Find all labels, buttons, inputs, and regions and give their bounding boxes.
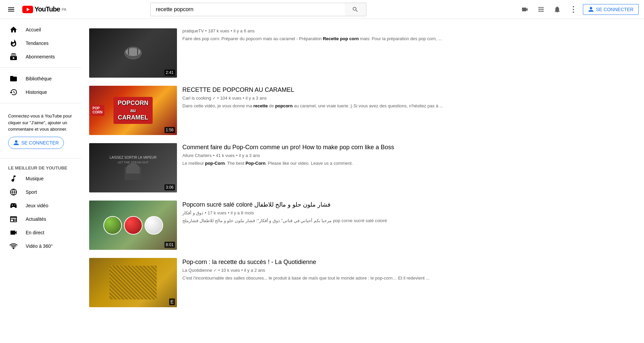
thumbnail-2[interactable]: POPCORNauCARAMEL POPCORN 1:56: [89, 86, 177, 135]
sidebar-item-accueil[interactable]: Accueil: [1, 23, 80, 36]
live-icon: [9, 229, 18, 237]
desc-rest-1: mais: Pour la préparation des pop corn, …: [359, 36, 442, 41]
channel-1[interactable]: pratiqueTV: [182, 28, 204, 33]
signin-box-text: Connectez-vous à YouTube pour cliquer su…: [8, 113, 72, 132]
video-desc-2: Dans cette vidéo, je vous donne ma recet…: [182, 103, 636, 109]
sidebar-item-en-direct[interactable]: En direct: [1, 226, 80, 239]
age-2: il y a 3 ans: [246, 96, 266, 101]
search-area: [150, 3, 366, 16]
dot-2: •: [217, 96, 219, 101]
news-icon: [9, 215, 18, 223]
best-section-title: LE MEILLEUR DE YOUTUBE: [0, 163, 81, 172]
svg-point-6: [573, 9, 574, 10]
folder-icon: [9, 75, 18, 83]
search-form: [150, 3, 366, 16]
dot-1: •: [205, 28, 207, 33]
signin-box-user-icon: [13, 140, 19, 146]
sidebar-item-bibliotheque[interactable]: Bibliothèque: [1, 72, 80, 85]
signin-user-icon: [588, 6, 594, 12]
channel-4[interactable]: ذوق و أفكار: [182, 210, 203, 215]
views-5: 10 k vues: [221, 268, 240, 273]
notifications-icon: [553, 6, 561, 13]
svg-point-10: [126, 48, 140, 56]
sidebar-item-tendances[interactable]: Tendances: [1, 36, 80, 50]
sidebar-item-sport[interactable]: Sport: [1, 185, 80, 199]
dot-2b: •: [243, 96, 244, 101]
video-desc-1: Faire des pop corn: Préparer du popcorn …: [182, 35, 636, 42]
channel-3[interactable]: Allure Charters: [182, 153, 212, 158]
sidebar-label-historique: Historique: [26, 89, 47, 95]
age-3: il y a 3 ans: [239, 153, 260, 158]
video-title-3[interactable]: Comment faire du Pop-Corn comme un pro! …: [182, 143, 636, 152]
duration-badge-3: 3:06: [164, 184, 175, 190]
video-meta-2: Carl is cooking ✓ • 104 k vues • il y a …: [182, 96, 636, 101]
history-icon: [9, 88, 18, 96]
logo[interactable]: YouTubePA: [22, 5, 66, 13]
views-4: 17 k vues: [208, 210, 227, 215]
main-content: 2:41 pratiqueTV • 187 k vues • il y a 6 …: [81, 19, 644, 317]
signin-box-button[interactable]: SE CONNECTER: [8, 137, 64, 149]
more-button[interactable]: [567, 3, 580, 16]
sidebar-item-jeux-video[interactable]: Jeux vidéo: [1, 199, 80, 212]
channel-2[interactable]: Carl is cooking: [182, 96, 211, 101]
apps-icon: [537, 6, 545, 13]
verified-icon-2: ✓: [212, 96, 216, 101]
search-button[interactable]: [345, 3, 366, 16]
upload-icon: [521, 6, 529, 13]
dot-3: •: [213, 153, 215, 158]
video-info-3: Comment faire du Pop-Corn comme un pro! …: [182, 143, 636, 192]
sidebar-item-abonnements[interactable]: Abonnements: [1, 50, 80, 63]
sidebar-label-sport: Sport: [26, 189, 37, 195]
upload-button[interactable]: [518, 3, 532, 16]
menu-button[interactable]: [5, 5, 17, 14]
dot-3b: •: [236, 153, 238, 158]
cooking-thumbnail-icon: [123, 45, 143, 61]
search-icon: [352, 6, 359, 13]
channel-5[interactable]: La Quotidienne: [182, 268, 212, 273]
desc-bold-3a: pop-Corn: [205, 161, 225, 166]
views-3: 41 k vues: [216, 153, 235, 158]
sidebar-divider-2: [0, 103, 81, 103]
video-info-1: pratiqueTV • 187 k vues • il y a 6 ans F…: [182, 28, 636, 78]
home-icon: [9, 26, 18, 34]
sidebar-item-video-360[interactable]: Vidéo à 360°: [1, 239, 80, 253]
video-title-2[interactable]: RECETTE DE POPCORN AU CARAMEL: [182, 86, 636, 94]
desc-text-1: Faire des pop corn: Préparer du popcorn …: [182, 36, 323, 41]
video-meta-1: pratiqueTV • 187 k vues • il y a 6 ans: [182, 28, 636, 33]
age-1: il y a 6 ans: [234, 28, 255, 33]
gamepad-icon: [9, 202, 18, 210]
sidebar-label-bibliotheque: Bibliothèque: [26, 76, 52, 81]
dot-5: •: [218, 268, 220, 273]
video-info-4: Popcorn sucré salé coloré فشار ملون حلو …: [182, 201, 636, 250]
sidebar-label-jeux-video: Jeux vidéo: [26, 203, 48, 208]
360-icon: [9, 242, 18, 250]
sidebar-item-musique[interactable]: Musique: [1, 172, 80, 185]
sidebar-label-accueil: Accueil: [26, 27, 41, 32]
svg-rect-0: [8, 7, 14, 8]
notifications-button[interactable]: [550, 3, 564, 16]
sport-icon: [9, 188, 18, 196]
sidebar-item-actualites[interactable]: Actualités: [1, 212, 80, 226]
duration-badge-1: 2:41: [164, 70, 175, 76]
video-title-4[interactable]: Popcorn sucré salé coloré فشار ملون حلو …: [182, 201, 636, 209]
sidebar-item-historique[interactable]: Historique: [1, 85, 80, 99]
sidebar-label-actualites: Actualités: [26, 216, 46, 222]
thumbnail-4[interactable]: 8:01: [89, 201, 177, 250]
logo-text: YouTube: [34, 5, 60, 13]
search-input[interactable]: [150, 3, 345, 16]
signin-box-label: SE CONNECTER: [21, 140, 59, 146]
age-4: il y a 8 mois: [231, 210, 254, 215]
age-5: il y a 2 ans: [244, 268, 265, 273]
video-desc-4: مرحبا بكم أحباني في قناتي" ذوق و أفكار":…: [182, 217, 636, 224]
thumbnail-3[interactable]: LAISSEZ SORTIR LA VAPEUR LET THE STEAM O…: [89, 143, 177, 192]
apps-button[interactable]: [534, 3, 548, 16]
thumbnail-1[interactable]: 2:41: [89, 28, 177, 78]
video-item-5: E Pop-corn : la recette du succès ! - La…: [89, 254, 636, 311]
video-meta-5: La Quotidienne ✓ • 10 k vues • il y a 2 …: [182, 268, 636, 273]
signin-button[interactable]: SE CONNECTER: [583, 4, 639, 15]
sidebar-label-tendances: Tendances: [26, 41, 49, 46]
svg-rect-11: [128, 48, 129, 55]
thumbnail-5[interactable]: E: [89, 258, 177, 307]
sidebar-label-en-direct: En direct: [26, 230, 44, 235]
video-title-5[interactable]: Pop-corn : la recette du succès ! - La Q…: [182, 258, 636, 266]
